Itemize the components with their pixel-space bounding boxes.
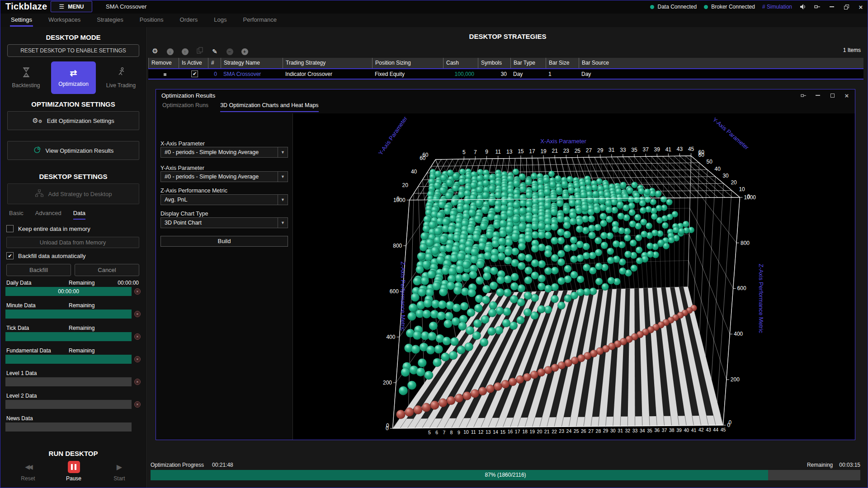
settings-tab-advanced[interactable]: Advanced: [35, 210, 61, 220]
mode-button-optimization[interactable]: ⇄ Optimization: [51, 61, 96, 94]
add-strategy-button[interactable]: Add Strategy to Desktop: [7, 183, 139, 204]
cancel-download-icon[interactable]: ×: [134, 401, 141, 408]
column-header-isactive[interactable]: Is Active: [179, 58, 208, 68]
gear-icon[interactable]: ⚙: [151, 47, 159, 55]
nav-tab-performance[interactable]: Performance: [243, 14, 277, 27]
dropdown-x-axis-parameter[interactable]: #0 - periods - Simple Moving Average ▼: [160, 147, 288, 158]
copy-icon[interactable]: [196, 47, 204, 55]
column-header-barsize[interactable]: Bar Size: [546, 58, 579, 68]
column-header-num[interactable]: #: [208, 58, 221, 68]
svg-text:35: 35: [631, 147, 637, 153]
nav-tab-workspaces[interactable]: Workspaces: [48, 14, 80, 27]
svg-text:41: 41: [665, 146, 672, 153]
svg-text:28: 28: [596, 429, 601, 434]
column-header-barsource[interactable]: Bar Source: [579, 58, 863, 68]
column-header-remove[interactable]: Remove: [148, 58, 179, 68]
settings-tab-basic[interactable]: Basic: [9, 210, 24, 220]
column-header-strategyname[interactable]: Strategy Name: [221, 58, 283, 68]
3d-optimization-chart[interactable]: 5678910111213141516171819202122232425262…: [293, 113, 855, 440]
arrow-up-circle-icon[interactable]: ↑: [181, 47, 189, 55]
cancel-download-icon[interactable]: ×: [134, 311, 141, 317]
svg-text:30: 30: [610, 428, 616, 433]
plus-circle-icon[interactable]: +: [241, 47, 249, 55]
data-progress-bar: [5, 355, 132, 364]
reset-button[interactable]: ◀◀Reset: [10, 460, 46, 482]
data-row-label: Minute Data: [6, 302, 36, 309]
results-tab[interactable]: 3D Optimization Charts and Heat Maps: [220, 102, 318, 112]
pause-button[interactable]: Pause: [56, 460, 92, 482]
edit-optimization-settings-button[interactable]: ⚙⚙ Edit Optimization Settings: [7, 111, 139, 130]
edit-optimization-label: Edit Optimization Settings: [47, 117, 114, 124]
nav-tab-logs[interactable]: Logs: [214, 14, 226, 27]
cancel-button[interactable]: Cancel: [75, 264, 139, 276]
dropdown-z-axis-performance-metric[interactable]: Avg. PnL ▼: [160, 194, 288, 205]
menu-button[interactable]: ☰ MENU: [51, 1, 92, 12]
chevron-down-icon: ▼: [278, 195, 288, 205]
pencil-icon[interactable]: ✎: [211, 47, 219, 55]
nav-tab-orders[interactable]: Orders: [180, 14, 198, 27]
restore-button[interactable]: [843, 3, 850, 10]
svg-text:5: 5: [428, 430, 431, 435]
backfill-auto-checkbox[interactable]: ✔: [6, 252, 14, 259]
data-row-label: News Data: [6, 415, 33, 422]
cancel-download-icon[interactable]: ×: [134, 356, 141, 362]
cancel-download-icon[interactable]: ×: [134, 379, 141, 385]
minimize-button[interactable]: [828, 3, 835, 10]
pin-icon[interactable]: [814, 3, 821, 10]
settings-tabs: BasicAdvancedData: [9, 210, 85, 220]
mode-button-live-trading[interactable]: Live Trading: [99, 61, 143, 94]
column-header-bartype[interactable]: Bar Type: [510, 58, 546, 68]
pin-icon[interactable]: [800, 92, 807, 99]
cancel-download-icon[interactable]: ×: [134, 288, 141, 295]
keep-data-checkbox[interactable]: [6, 225, 14, 232]
data-row-label: Level 1 Data: [6, 370, 37, 376]
minimize-button[interactable]: [814, 92, 821, 99]
svg-text:45: 45: [721, 427, 726, 432]
speaker-icon[interactable]: [799, 3, 807, 10]
dropdown-y-axis-parameter[interactable]: #0 - periods - Simple Moving Average ▼: [160, 171, 288, 182]
table-row[interactable]: ✔ 0 SMA Crossover Indicator Crossover Fi…: [148, 68, 863, 80]
optimization-progress-bar: 87% (1860/2116): [151, 470, 860, 480]
close-button[interactable]: ×: [843, 92, 850, 99]
remove-strategy-button[interactable]: [164, 73, 166, 76]
progress-bar-text: 87% (1860/2116): [151, 470, 860, 480]
nav-tab-strategies[interactable]: Strategies: [97, 14, 123, 27]
remaining-time: 00:03:15: [839, 462, 860, 468]
svg-text:Z-Axis Performance Metric: Z-Axis Performance Metric: [400, 262, 406, 331]
view-optimization-results-button[interactable]: View Optimization Results: [7, 141, 139, 160]
close-button[interactable]: ×: [857, 3, 864, 10]
build-button[interactable]: Build: [160, 236, 288, 247]
start-button[interactable]: ▶Start: [101, 460, 137, 482]
dropdown-display-chart-type[interactable]: 3D Point Chart ▼: [160, 217, 288, 228]
add-strategy-label: Add Strategy to Desktop: [48, 191, 112, 197]
hourglass-icon: [21, 67, 31, 79]
nav-tab-positions[interactable]: Positions: [140, 14, 164, 27]
minus-circle-icon[interactable]: −: [226, 47, 234, 55]
column-header-cash[interactable]: Cash: [443, 58, 478, 68]
results-tab[interactable]: Optimization Runs: [162, 102, 208, 112]
unload-data-button[interactable]: Unload Data from Memory: [6, 237, 139, 248]
column-header-positionsizing[interactable]: Position Sizing: [372, 58, 443, 68]
svg-text:44: 44: [713, 427, 718, 432]
settings-tab-data[interactable]: Data: [73, 210, 85, 220]
column-header-symbols[interactable]: Symbols: [478, 58, 510, 68]
reset-desktop-button[interactable]: RESET DESKTOP TO ENABLE SETTINGS: [7, 44, 139, 57]
column-header-tradingstrategy[interactable]: Trading Strategy: [283, 58, 372, 68]
svg-text:400: 400: [386, 334, 395, 340]
mode-button-backtesting[interactable]: Backtesting: [4, 61, 48, 94]
simulation-badge: # Simulation: [762, 4, 792, 10]
cancel-download-icon[interactable]: ×: [134, 333, 141, 340]
remaining-label: Remaining: [69, 325, 94, 331]
remaining-label: Remaining: [807, 462, 833, 468]
svg-text:19: 19: [529, 429, 535, 434]
maximize-button[interactable]: [829, 92, 836, 99]
svg-text:17: 17: [529, 148, 535, 155]
arrow-down-circle-icon[interactable]: ↓: [166, 47, 174, 55]
sync-icon: ⇄: [70, 69, 77, 78]
remaining-label: Remaining: [69, 280, 94, 286]
document-tab[interactable]: SMA Crossover: [99, 0, 153, 14]
nav-tab-settings[interactable]: Settings: [11, 14, 32, 27]
is-active-checkbox[interactable]: ✔: [191, 70, 198, 77]
backfill-button[interactable]: Backfill: [6, 264, 71, 276]
results-window-titlebar[interactable]: Optimization Results ×: [156, 89, 855, 101]
